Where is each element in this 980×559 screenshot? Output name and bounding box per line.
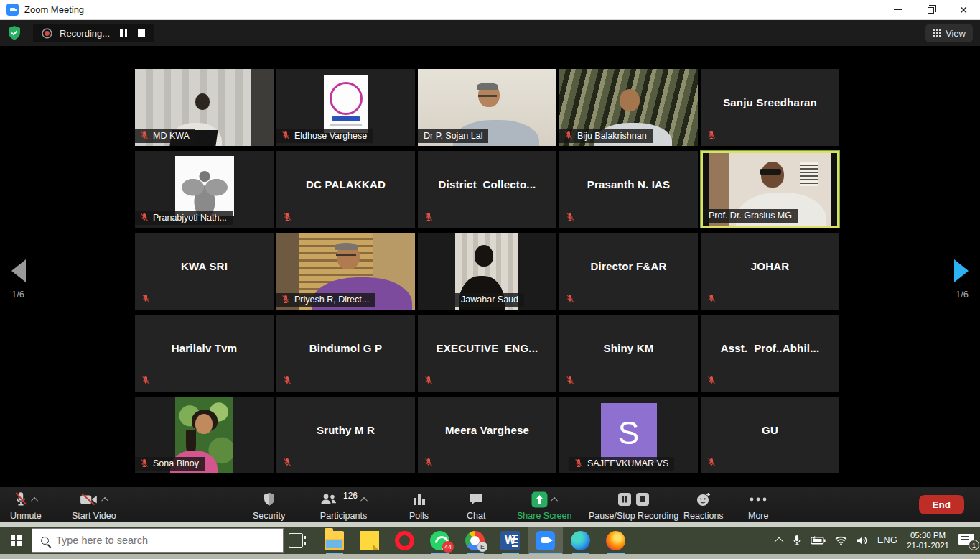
muted-mic-icon (281, 295, 291, 305)
participant-name: Sruthy M R (276, 397, 415, 463)
participant-name: SAJEEVKUMAR VS (587, 458, 668, 468)
taskbar-word[interactable]: W (493, 527, 528, 554)
tile-dc-palakkad[interactable]: DC PALAKKAD (276, 151, 415, 228)
tile-sruthy-m-r[interactable]: Sruthy M R (276, 397, 415, 473)
tray-expand-chevron-icon[interactable] (775, 537, 784, 546)
unmute-button[interactable]: Unmute (10, 491, 42, 521)
tile-harilalv-tvm[interactable]: Harilalv Tvm (135, 315, 274, 392)
muted-mic-icon (574, 458, 584, 468)
tile-district-collector[interactable]: District Collecto... (418, 151, 556, 228)
reactions-label: Reactions (683, 511, 724, 521)
reactions-button[interactable]: Reactions (683, 491, 724, 521)
firefox-icon (606, 531, 625, 550)
zoom-taskbar-icon (536, 531, 555, 550)
tile-jawahar-saud[interactable]: Jawahar Saud (418, 233, 556, 310)
shield-icon (263, 492, 276, 507)
notification-badge: 1 (969, 540, 979, 550)
participant-label: Dr P. Sojan Lal (418, 129, 488, 143)
taskbar-sticky-notes[interactable] (352, 527, 387, 554)
pause-stop-recording-button[interactable]: Pause/Stop Recording (589, 491, 678, 521)
taskbar-chrome[interactable]: E (457, 527, 493, 554)
polls-icon (412, 493, 426, 507)
tray-language[interactable]: ENG (877, 535, 897, 545)
previous-page-arrow[interactable] (11, 259, 26, 282)
view-button[interactable]: View (925, 24, 973, 42)
participant-name: Sanju Sreedharan (701, 69, 839, 136)
tile-executive-eng[interactable]: EXECUTIVE ENG... (418, 315, 556, 392)
taskbar-file-explorer[interactable] (317, 527, 352, 554)
participants-label: Participants (320, 511, 367, 521)
taskbar-firefox[interactable] (598, 527, 633, 554)
stop-recording-icon[interactable] (138, 29, 145, 37)
minimize-button[interactable] (881, 0, 914, 19)
notification-center-icon[interactable]: 1 (958, 534, 974, 547)
video-options-chevron[interactable] (101, 496, 108, 504)
chat-button[interactable]: Chat (467, 491, 485, 521)
participant-label: Biju Balakrishnan (559, 129, 653, 143)
tile-sona-binoy[interactable]: Sona Binoy (135, 397, 274, 473)
participant-label: MD KWA (135, 129, 195, 143)
start-button[interactable] (0, 527, 32, 554)
muted-mic-icon (424, 458, 434, 468)
participants-options-chevron[interactable] (360, 496, 368, 504)
tile-grasius-mg-active-speaker[interactable]: Prof. Dr. Grasius MG (701, 151, 839, 228)
share-screen-icon (531, 491, 548, 508)
security-shield-icon[interactable] (7, 25, 22, 41)
more-button[interactable]: More (748, 491, 768, 521)
participants-button[interactable]: 126 Participants (319, 491, 368, 521)
tile-kwa-sri[interactable]: KWA SRI (135, 233, 274, 310)
participant-name: MD KWA (153, 131, 190, 141)
muted-mic-icon (565, 376, 575, 386)
tray-mic-icon[interactable] (793, 535, 801, 547)
edge-icon (571, 531, 590, 550)
participant-name: Prasanth N. IAS (559, 151, 698, 218)
security-button[interactable]: Security (253, 491, 285, 521)
start-video-button[interactable]: Start Video (72, 491, 116, 521)
tray-battery-icon[interactable] (811, 536, 826, 545)
tile-sajeevkumar-vs[interactable]: S SAJEEVKUMAR VS (559, 397, 698, 473)
avatar-letter: S (601, 403, 657, 463)
tile-prasanth-n-ias[interactable]: Prasanth N. IAS (559, 151, 698, 228)
tile-meera-varghese[interactable]: Meera Varghese (418, 397, 556, 473)
tile-gu[interactable]: GU (701, 397, 839, 473)
tile-eldhose-varghese[interactable]: Eldhose Varghese (276, 69, 415, 146)
tray-wifi-icon[interactable] (835, 536, 847, 545)
pause-recording-icon[interactable] (120, 29, 128, 37)
polls-button[interactable]: Polls (409, 491, 429, 521)
share-options-chevron[interactable] (551, 496, 558, 504)
tile-priyesh-r[interactable]: Priyesh R, Direct... (276, 233, 415, 310)
taskbar-edge[interactable] (563, 527, 598, 554)
unmute-options-chevron[interactable] (31, 496, 38, 504)
restore-button[interactable] (914, 0, 947, 19)
tile-asst-prof-abhil[interactable]: Asst. Prof..Abhil... (701, 315, 839, 392)
taskbar-search[interactable] (32, 528, 284, 553)
tile-johar[interactable]: JOHAR (701, 233, 839, 310)
meeting-toolbar: Unmute Start Video Security 126 Particip… (0, 487, 980, 522)
search-input[interactable] (56, 535, 250, 546)
tile-md-kwa[interactable]: MD KWA (135, 69, 274, 146)
tile-sanju-sreedharan[interactable]: Sanju Sreedharan (701, 69, 839, 146)
tile-shiny-km[interactable]: Shiny KM (559, 315, 698, 392)
taskbar-zoom-active[interactable] (528, 527, 563, 554)
reactions-smiley-icon (696, 492, 711, 507)
tray-volume-icon[interactable] (857, 536, 868, 545)
word-icon: W (500, 531, 520, 550)
muted-mic-icon (565, 294, 575, 304)
tile-biju-balakrishnan[interactable]: Biju Balakrishnan (559, 69, 698, 146)
tray-clock[interactable]: 05:30 PM 21-01-2021 (907, 530, 949, 550)
tile-director-far[interactable]: Director F&AR (559, 233, 698, 310)
taskbar-whatsapp[interactable]: 44 (422, 527, 457, 554)
whatsapp-icon: 44 (430, 531, 449, 550)
task-view-button[interactable] (289, 533, 303, 548)
tile-pranabjyoti-nath[interactable]: Pranabjyoti Nath... (135, 151, 274, 228)
next-page-arrow[interactable] (954, 259, 969, 282)
screen-bottom-strip (0, 554, 980, 559)
participant-name: Pranabjyoti Nath... (153, 213, 227, 223)
end-meeting-button[interactable]: End (919, 495, 965, 514)
close-button[interactable]: ✕ (947, 0, 980, 19)
tile-bindumol-g-p[interactable]: Bindumol G P (276, 315, 415, 392)
taskbar-opera[interactable] (387, 527, 422, 554)
tile-sojan-lal[interactable]: Dr P. Sojan Lal (418, 69, 556, 146)
participant-name: Eldhose Varghese (294, 131, 367, 141)
share-screen-button[interactable]: Share Screen (517, 491, 571, 521)
